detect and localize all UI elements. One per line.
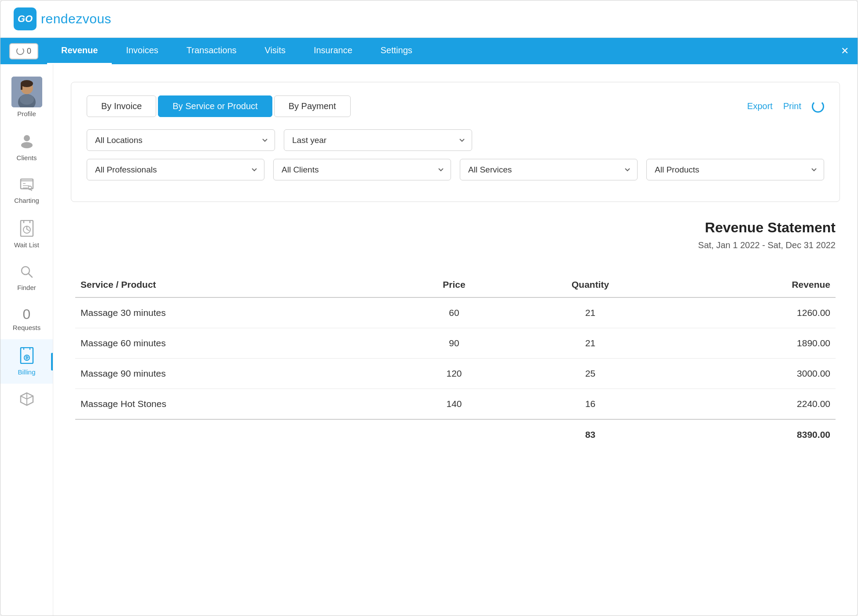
main-layout: Profile Clients [0,64,858,616]
total-revenue: 8390.00 [671,419,836,450]
cell-price: 120 [399,359,510,389]
statement-title: Revenue Statement [75,220,836,236]
cell-price: 140 [399,389,510,420]
cell-revenue: 3000.00 [671,359,836,389]
refresh-icon[interactable] [812,100,824,113]
content-area: By Invoice By Service or Product By Paym… [53,64,858,616]
cell-quantity: 25 [510,359,671,389]
nav-counter-value: 0 [27,47,31,56]
clients-select[interactable]: All Clients [273,159,451,180]
col-header-service: Service / Product [75,272,399,297]
refresh-nav-icon [16,47,24,55]
svg-point-3 [21,80,33,87]
sidebar-item-packages[interactable] [0,384,53,419]
sidebar-item-finder[interactable]: Finder [0,257,53,299]
tab-insurance[interactable]: Insurance [300,38,367,64]
cell-price: 90 [399,328,510,359]
sidebar-item-wait-list[interactable]: Wait List [0,212,53,257]
by-invoice-button[interactable]: By Invoice [87,95,156,117]
professionals-select[interactable]: All Professionals [87,159,264,180]
svg-point-7 [21,142,33,148]
sidebar-item-clients[interactable]: Clients [0,125,53,169]
logo-container: GO rendezvous [14,7,111,30]
filter-panel: By Invoice By Service or Product By Paym… [71,82,840,202]
cell-revenue: 1260.00 [671,297,836,328]
nav-tabs: Revenue Invoices Transactions Visits Ins… [47,38,426,64]
cell-price: 60 [399,297,510,328]
sidebar-requests-label: Requests [13,324,40,331]
report-buttons: By Invoice By Service or Product By Paym… [87,95,351,117]
statement-header: Revenue Statement Sat, Jan 1 2022 - Sat,… [75,220,836,250]
table-total-row: 83 8390.00 [75,419,836,450]
cell-service: Massage Hot Stones [75,389,399,420]
col-header-price: Price [399,272,510,297]
statement-date: Sat, Jan 1 2022 - Sat, Dec 31 2022 [75,240,836,250]
nav-counter[interactable]: 0 [9,43,38,59]
svg-rect-4 [21,84,22,90]
svg-point-5 [20,94,34,105]
cell-quantity: 21 [510,297,671,328]
cell-revenue: 2240.00 [671,389,836,420]
logo-text: rendezvous [41,11,111,26]
col-header-revenue: Revenue [671,272,836,297]
cell-service: Massage 90 minutes [75,359,399,389]
go-logo-icon: GO [14,7,37,30]
active-indicator [51,353,53,370]
sidebar: Profile Clients [0,64,53,616]
filter-row-1: All Locations Last year [87,129,824,151]
sidebar-item-charting[interactable]: Charting [0,169,53,212]
tab-settings[interactable]: Settings [367,38,426,64]
billing-icon [19,347,34,366]
sidebar-charting-label: Charting [14,197,39,204]
col-header-quantity: Quantity [510,272,671,297]
products-select[interactable]: All Products [646,159,824,180]
cell-service: Massage 60 minutes [75,328,399,359]
by-service-or-product-button[interactable]: By Service or Product [158,95,272,117]
clients-icon [19,133,34,151]
sidebar-finder-label: Finder [17,284,36,291]
export-button[interactable]: Export [747,101,773,111]
tab-invoices[interactable]: Invoices [112,38,172,64]
action-buttons: Export Print [747,100,824,113]
charting-icon [19,177,34,194]
date-select[interactable]: Last year [284,129,472,151]
tab-revenue[interactable]: Revenue [47,38,112,64]
svg-point-6 [24,135,30,141]
wait-list-icon [19,220,34,238]
nav-bar: 0 Revenue Invoices Transactions Visits I… [0,38,858,64]
app-header: GO rendezvous [0,0,858,38]
avatar [11,77,42,107]
table-row: Massage 90 minutes 120 25 3000.00 [75,359,836,389]
finder-icon [19,264,34,281]
sidebar-item-billing[interactable]: Billing [0,339,53,384]
cell-service: Massage 30 minutes [75,297,399,328]
sidebar-item-requests[interactable]: 0 Requests [0,299,53,339]
services-select[interactable]: All Services [460,159,638,180]
print-button[interactable]: Print [783,101,801,111]
filter-row-2: All Professionals All Clients All Servic… [87,159,824,180]
location-select[interactable]: All Locations [87,129,275,151]
table-row: Massage 30 minutes 60 21 1260.00 [75,297,836,328]
sidebar-profile-label: Profile [17,110,36,117]
table-row: Massage Hot Stones 140 16 2240.00 [75,389,836,420]
total-quantity: 83 [510,419,671,450]
tab-visits[interactable]: Visits [251,38,300,64]
requests-icon: 0 [23,307,31,321]
cell-quantity: 21 [510,328,671,359]
packages-icon [19,392,34,408]
tab-transactions[interactable]: Transactions [172,38,251,64]
sidebar-wait-list-label: Wait List [14,241,39,249]
report-type-row: By Invoice By Service or Product By Paym… [87,95,824,117]
sidebar-item-profile[interactable]: Profile [0,69,53,125]
sidebar-billing-label: Billing [18,368,35,376]
by-payment-button[interactable]: By Payment [274,95,351,117]
revenue-section: Revenue Statement Sat, Jan 1 2022 - Sat,… [71,220,840,450]
total-price-empty [399,419,510,450]
cell-quantity: 16 [510,389,671,420]
total-label [75,419,399,450]
cell-revenue: 1890.00 [671,328,836,359]
sidebar-clients-label: Clients [17,154,37,161]
close-button[interactable]: ✕ [841,45,849,57]
revenue-table: Service / Product Price Quantity Revenue… [75,272,836,450]
table-row: Massage 60 minutes 90 21 1890.00 [75,328,836,359]
